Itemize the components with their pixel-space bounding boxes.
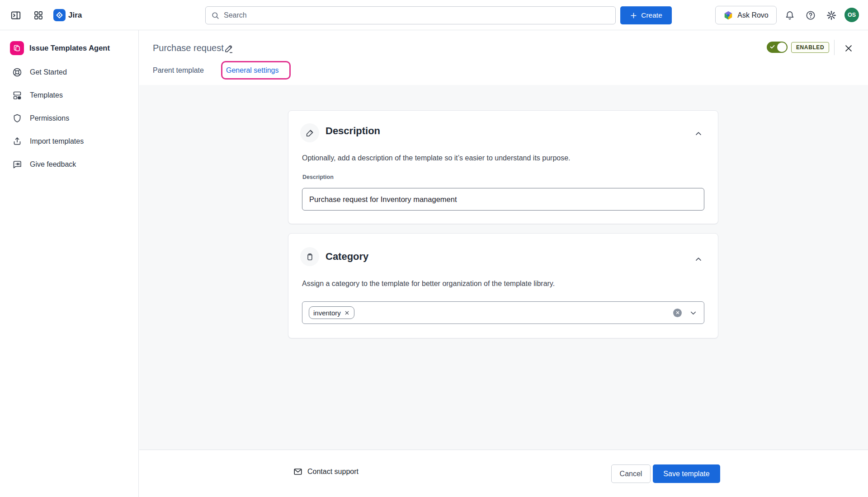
header-divider xyxy=(834,40,835,55)
settings-gear-icon[interactable] xyxy=(826,9,837,21)
jira-logo-icon xyxy=(53,9,66,21)
category-card: Category Assign a category to the templa… xyxy=(288,233,718,338)
footer-bar: Contact support Cancel Save template xyxy=(139,450,868,497)
edit-title-pencil-icon[interactable] xyxy=(223,44,234,55)
category-tag: inventory xyxy=(309,306,354,319)
remove-tag-icon[interactable] xyxy=(344,310,350,316)
sidebar-item-templates[interactable]: Templates xyxy=(6,85,133,105)
description-card: Description Optionally, add a descriptio… xyxy=(288,110,718,224)
search-input[interactable] xyxy=(224,11,610,19)
category-card-body: Assign a category to the template for be… xyxy=(302,280,555,288)
user-avatar[interactable]: OS xyxy=(844,8,859,22)
upload-icon xyxy=(12,136,23,147)
chevron-down-icon[interactable] xyxy=(689,309,698,317)
sidebar-item-import-templates[interactable]: Import templates xyxy=(6,131,133,151)
sidebar-app-header: Issue Templates Agent xyxy=(10,41,110,55)
category-card-title: Category xyxy=(326,251,368,263)
cancel-button[interactable]: Cancel xyxy=(611,464,651,483)
tab-general-settings[interactable]: General settings xyxy=(226,66,279,75)
description-card-title: Description xyxy=(326,125,380,137)
save-template-button[interactable]: Save template xyxy=(653,464,720,483)
toggle-knob xyxy=(777,42,787,52)
lifebuoy-icon xyxy=(12,67,23,78)
search-icon xyxy=(211,11,220,20)
app-name: Jira xyxy=(68,11,82,20)
jira-home-link[interactable]: Jira xyxy=(53,9,82,21)
sidebar-app-title: Issue Templates Agent xyxy=(29,44,110,52)
category-select[interactable]: inventory xyxy=(302,301,704,324)
check-icon xyxy=(769,44,775,50)
mail-icon xyxy=(293,467,303,477)
sidebar: Issue Templates Agent Get Started Templa… xyxy=(0,30,139,497)
enabled-toggle[interactable] xyxy=(767,42,788,53)
description-field-label: Description xyxy=(302,174,334,180)
app-switcher-icon[interactable] xyxy=(31,8,46,23)
templates-icon xyxy=(12,90,23,101)
create-button[interactable]: Create xyxy=(620,6,672,24)
collapse-chevron-up-icon[interactable] xyxy=(693,128,704,140)
sidebar-item-get-started[interactable]: Get Started xyxy=(6,62,133,82)
shield-icon xyxy=(12,113,23,124)
issue-templates-agent-icon xyxy=(10,41,24,55)
description-pencil-icon xyxy=(300,123,319,142)
ask-rovo-button[interactable]: Ask Rovo xyxy=(715,6,777,24)
sidebar-item-permissions[interactable]: Permissions xyxy=(6,108,133,128)
page-title: Purchase request xyxy=(153,43,224,53)
feedback-icon xyxy=(12,159,23,170)
status-badge: ENABLED xyxy=(791,42,829,53)
tab-parent-template[interactable]: Parent template xyxy=(153,66,204,75)
top-navigation-bar: Jira Create Ask Rovo xyxy=(0,0,868,30)
rovo-icon xyxy=(723,10,733,20)
description-card-body: Optionally, add a description of the tem… xyxy=(302,154,571,162)
contact-support-link[interactable]: Contact support xyxy=(293,467,359,477)
collapse-chevron-up-icon[interactable] xyxy=(693,253,704,265)
category-jar-icon xyxy=(300,247,319,266)
global-search[interactable] xyxy=(205,6,616,24)
description-input[interactable] xyxy=(302,188,704,211)
collapse-sidebar-icon[interactable] xyxy=(8,8,24,23)
plus-icon xyxy=(630,12,637,19)
clear-select-icon[interactable] xyxy=(673,309,682,317)
sidebar-item-give-feedback[interactable]: Give feedback xyxy=(6,155,133,174)
notifications-bell-icon[interactable] xyxy=(784,9,796,21)
contact-support-label: Contact support xyxy=(307,468,359,476)
help-icon[interactable] xyxy=(805,9,816,21)
close-icon[interactable] xyxy=(843,42,854,54)
category-tag-label: inventory xyxy=(313,309,341,317)
